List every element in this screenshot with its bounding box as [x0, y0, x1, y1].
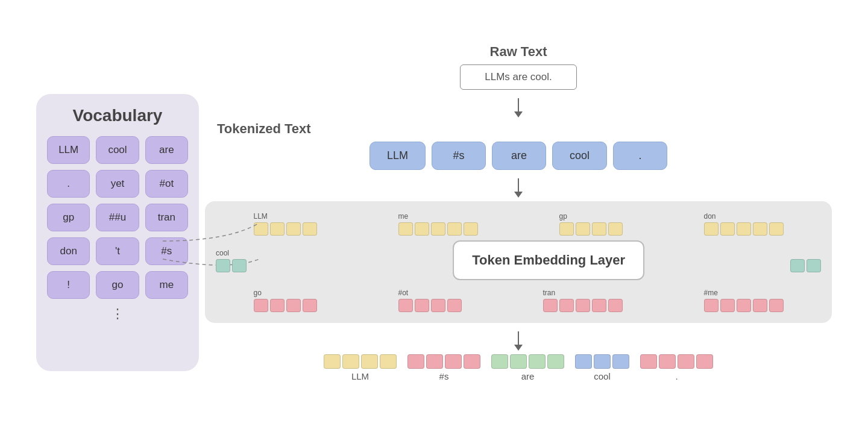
emb-block: [415, 222, 429, 236]
arrow-line: [518, 178, 519, 192]
vocab-item: !: [47, 271, 90, 299]
emb-label-gp: gp: [559, 212, 567, 221]
output-label-s: #s: [439, 371, 449, 381]
emb-block: [704, 299, 719, 312]
vocab-item: .: [47, 170, 90, 198]
raw-text-label: Raw Text: [490, 44, 547, 60]
emb-row-top: LLM me: [216, 212, 821, 236]
vocab-title: Vocabulary: [73, 106, 163, 125]
vocabulary-panel: Vocabulary LLM cool are . yet #ot gp ##u…: [36, 94, 199, 371]
emb-block: [216, 259, 230, 272]
emb-block: [303, 222, 317, 236]
tokenized-section: Tokenized Text LLM #s are cool .: [205, 121, 832, 170]
output-block: [324, 354, 341, 369]
emb-block: [576, 222, 590, 236]
output-group-cool: cool: [575, 354, 629, 381]
vocab-item: are: [145, 136, 188, 164]
emb-label-llm: LLM: [254, 212, 268, 221]
vocab-item: 't: [96, 237, 139, 265]
vocab-item: gp: [47, 204, 90, 231]
emb-block: [415, 299, 429, 312]
emb-block: [807, 259, 821, 272]
emb-block: [753, 222, 767, 236]
vocab-item: go: [96, 271, 139, 299]
emb-block: [559, 299, 574, 312]
emb-block: [447, 299, 462, 312]
output-block: [510, 354, 527, 369]
output-blocks: [575, 354, 629, 369]
output-block: [594, 354, 611, 369]
emb-block: [737, 299, 751, 312]
emb-block: [737, 222, 751, 236]
output-block: [342, 354, 359, 369]
emb-block: [720, 222, 735, 236]
emb-block: [559, 222, 574, 236]
raw-text-section: Raw Text LLMs are cool.: [460, 44, 577, 90]
output-block: [678, 354, 694, 369]
token-chip-cool: cool: [552, 142, 607, 170]
emb-blocks-hme: [704, 299, 784, 312]
output-block: [547, 354, 564, 369]
vocab-item: ##u: [96, 204, 139, 231]
emb-block: [720, 299, 735, 312]
arrow-line: [518, 331, 519, 345]
output-block: [659, 354, 676, 369]
emb-block: [608, 299, 623, 312]
emb-block: [576, 299, 590, 312]
right-side: Raw Text LLMs are cool. Tokenized Text L…: [205, 44, 832, 385]
emb-blocks-me: [398, 222, 478, 236]
arrow-head: [514, 111, 523, 117]
emb-block: [447, 222, 462, 236]
arrow-head: [514, 345, 523, 351]
emb-block: [232, 259, 247, 272]
output-block: [612, 354, 629, 369]
emb-blocks-cool-right: [790, 259, 821, 272]
emb-block: [790, 259, 805, 272]
emb-block: [769, 299, 784, 312]
embedding-inner-box: Token Embedding Layer: [453, 240, 644, 280]
vocab-item: yet: [96, 170, 139, 198]
arrow-tokenized-to-embedding: [514, 178, 523, 198]
output-blocks: [491, 354, 564, 369]
token-row: LLM #s are cool .: [205, 142, 832, 170]
emb-block: [254, 299, 268, 312]
arrow-head: [514, 192, 523, 198]
output-block: [529, 354, 546, 369]
output-block: [407, 354, 424, 369]
emb-blocks-gp: [559, 222, 623, 236]
token-chip-s: #s: [432, 142, 486, 170]
output-block: [640, 354, 657, 369]
output-group-llm: LLM: [324, 354, 397, 381]
output-token-row: LLM #s: [324, 354, 713, 381]
emb-blocks-go: [254, 299, 317, 312]
emb-row-bottom: go #ot: [216, 289, 821, 312]
output-label-are: are: [521, 371, 535, 381]
output-blocks: [324, 354, 397, 369]
vocab-item: cool: [96, 136, 139, 164]
emb-block: [431, 299, 445, 312]
emb-block: [303, 299, 317, 312]
vocab-dots: ⋮: [111, 306, 124, 322]
arrow-line: [518, 98, 519, 111]
vocab-item: me: [145, 271, 188, 299]
embedding-outer: LLM me: [205, 201, 832, 323]
vocab-grid: LLM cool are . yet #ot gp ##u tran don '…: [47, 136, 188, 299]
emb-block: [608, 222, 623, 236]
emb-block: [592, 299, 606, 312]
output-group-dot: .: [640, 354, 713, 381]
output-label-llm: LLM: [351, 371, 369, 381]
output-label-dot: .: [675, 371, 678, 381]
emb-blocks-tran: [543, 299, 623, 312]
emb-blocks-cool-left: [216, 259, 247, 272]
emb-block: [464, 222, 478, 236]
output-block: [380, 354, 397, 369]
emb-block: [398, 299, 413, 312]
output-blocks: [640, 354, 713, 369]
tokenized-label: Tokenized Text: [217, 121, 311, 137]
token-chip-dot: .: [613, 142, 667, 170]
emb-blocks-llm: [254, 222, 317, 236]
emb-block: [753, 299, 767, 312]
output-block: [491, 354, 508, 369]
output-block: [361, 354, 378, 369]
output-group-are: are: [491, 354, 564, 381]
